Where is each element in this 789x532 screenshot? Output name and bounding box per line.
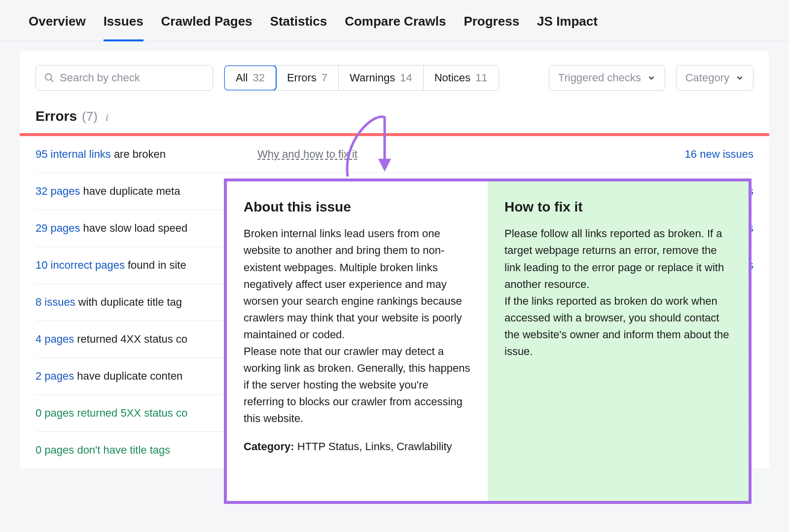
issue-desc: have slow load speed xyxy=(83,222,188,235)
filter-label: Errors xyxy=(287,71,317,84)
search-icon xyxy=(44,72,55,83)
controls-row: All 32 Errors 7 Warnings 14 Notices 11 T… xyxy=(36,65,753,91)
tab-js-impact[interactable]: JS Impact xyxy=(528,0,607,41)
new-issues-link[interactable]: 16 new issues xyxy=(685,148,753,161)
svg-line-1 xyxy=(51,79,54,82)
issue-desc: with duplicate title tag xyxy=(78,296,182,309)
svg-point-0 xyxy=(45,74,52,80)
tab-statistics[interactable]: Statistics xyxy=(261,0,336,41)
search-input[interactable] xyxy=(60,71,205,84)
tab-compare-crawls[interactable]: Compare Crawls xyxy=(336,0,455,41)
filter-count: 7 xyxy=(322,71,327,84)
triggered-checks-dropdown[interactable]: Triggered checks xyxy=(549,65,665,91)
issue-desc: returned 4XX status co xyxy=(77,333,187,346)
issue-desc: found in site xyxy=(128,259,186,272)
filter-segments: All 32 Errors 7 Warnings 14 Notices 11 xyxy=(224,65,499,91)
filter-count: 32 xyxy=(252,71,264,84)
chevron-down-icon xyxy=(735,73,744,82)
tab-issues[interactable]: Issues xyxy=(95,0,152,41)
filter-notices[interactable]: Notices 11 xyxy=(424,66,499,90)
filter-warnings[interactable]: Warnings 14 xyxy=(339,66,424,90)
search-box[interactable] xyxy=(36,65,213,91)
issue-details-popover: About this issue Broken internal links l… xyxy=(224,178,752,468)
fix-column: How to fix it Please follow all links re… xyxy=(488,181,749,468)
issue-count-link[interactable]: 10 incorrect pages xyxy=(36,259,125,272)
issue-desc: have duplicate meta xyxy=(83,185,180,198)
issue-count-link[interactable]: 29 pages xyxy=(36,222,80,235)
section-title: Errors xyxy=(36,108,77,124)
filter-label: All xyxy=(236,71,248,84)
issue-count-link[interactable]: 8 issues xyxy=(36,296,75,309)
category-value: HTTP Status, Links, Crawlability xyxy=(294,440,452,453)
issue-count-link[interactable]: 4 pages xyxy=(36,333,74,346)
issue-count-link[interactable]: 0 pages don't have title tags xyxy=(36,444,170,457)
issue-count-link[interactable]: 0 pages returned 5XX status co xyxy=(36,407,187,420)
filter-label: Notices xyxy=(434,71,470,84)
dropdown-label: Category xyxy=(685,71,729,84)
dropdown-label: Triggered checks xyxy=(558,71,641,84)
filter-count: 14 xyxy=(400,71,412,84)
issue-count-link[interactable]: 32 pages xyxy=(36,185,80,198)
filter-errors[interactable]: Errors 7 xyxy=(276,66,339,90)
about-body: Broken internal links lead users from on… xyxy=(244,225,471,343)
about-body: Please note that our crawler may detect … xyxy=(244,343,471,427)
issue-count-link[interactable]: 95 internal links xyxy=(36,148,111,161)
fix-heading: How to fix it xyxy=(504,196,732,217)
filter-count: 11 xyxy=(475,71,487,84)
filter-all[interactable]: All 32 xyxy=(224,65,277,91)
section-count: (7) xyxy=(82,109,98,124)
filter-label: Warnings xyxy=(350,71,395,84)
fix-body: Please follow all links reported as brok… xyxy=(504,225,732,292)
chevron-down-icon xyxy=(647,73,656,82)
callout-arrow-icon xyxy=(338,107,397,181)
issue-desc: are broken xyxy=(114,148,166,161)
issue-count-link[interactable]: 2 pages xyxy=(36,370,74,383)
category-line: Category: HTTP Status, Links, Crawlabili… xyxy=(244,438,471,455)
issue-desc: have duplicate conten xyxy=(77,370,182,383)
fix-body: If the links reported as broken do work … xyxy=(504,293,732,360)
tab-overview[interactable]: Overview xyxy=(20,0,95,41)
category-label: Category: xyxy=(244,440,294,453)
category-dropdown[interactable]: Category xyxy=(676,65,753,91)
info-icon[interactable]: i xyxy=(106,111,108,124)
top-tabs: Overview Issues Crawled Pages Statistics… xyxy=(0,0,789,41)
about-heading: About this issue xyxy=(244,196,471,217)
tab-progress[interactable]: Progress xyxy=(455,0,528,41)
tab-crawled-pages[interactable]: Crawled Pages xyxy=(152,0,261,41)
svg-marker-2 xyxy=(378,159,391,172)
about-column: About this issue Broken internal links l… xyxy=(227,181,488,468)
